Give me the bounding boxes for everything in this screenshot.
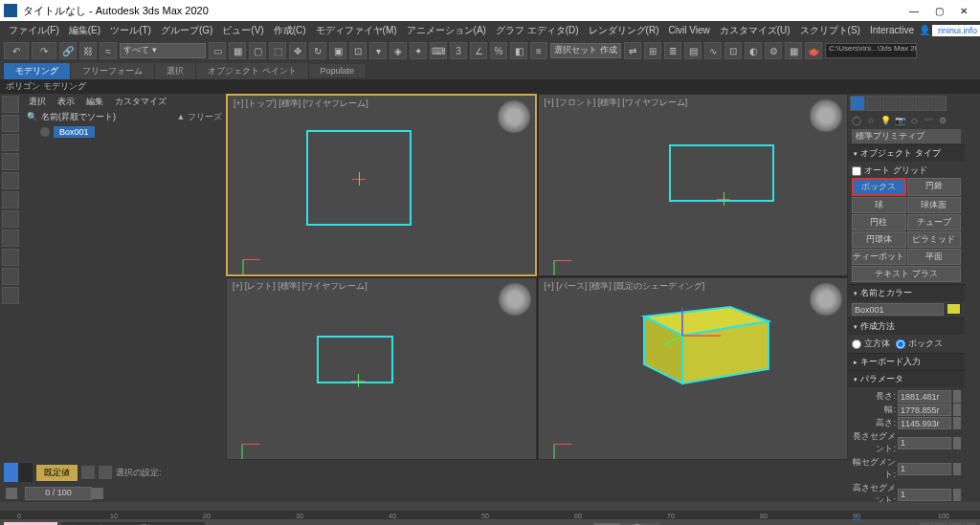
named-selection-set[interactable]: 選択セット 作成: [550, 43, 621, 58]
select-name-button[interactable]: ▦: [229, 42, 246, 59]
ribbon-subtab[interactable]: ポリゴン モデリング: [0, 79, 980, 94]
viewport-left-label[interactable]: [+] [レフト] [標準] [ワイヤフレーム]: [233, 280, 368, 293]
unlink-button[interactable]: ⛓: [79, 42, 97, 59]
move-button[interactable]: ✥: [289, 42, 306, 59]
prim-box[interactable]: ボックス: [852, 178, 906, 196]
align-button[interactable]: ⊞: [644, 42, 661, 59]
bind-button[interactable]: ≈: [100, 42, 117, 59]
window-crossing-button[interactable]: ⬚: [269, 42, 286, 59]
spinner-icon[interactable]: [953, 404, 961, 416]
scene-hdr-display[interactable]: 表示: [57, 96, 75, 108]
render-setup-button[interactable]: ⚙: [765, 42, 782, 59]
layers-icon[interactable]: [81, 466, 95, 479]
prim-teapot[interactable]: ティーポット: [852, 249, 906, 265]
toggle-ribbon-button[interactable]: ▤: [684, 42, 702, 59]
tab-freeform[interactable]: フリーフォーム: [71, 63, 155, 79]
viewport-front-label[interactable]: [+] [フロント] [標準] [ワイヤフレーム]: [545, 97, 688, 109]
cameras-icon[interactable]: 📷: [893, 114, 906, 127]
scene-hdr-select[interactable]: 選択: [29, 96, 46, 108]
viewport-top-label[interactable]: [+] [トップ] [標準] [ワイヤフレーム]: [234, 98, 368, 110]
scene-hdr-edit[interactable]: 編集: [86, 96, 103, 108]
method-box[interactable]: ボックス: [896, 337, 943, 351]
rotate-button[interactable]: ↻: [309, 42, 326, 59]
param-length[interactable]: [898, 390, 951, 403]
spinner-icon[interactable]: [953, 417, 961, 429]
section-object-type[interactable]: オブジェクト タイプ: [848, 145, 965, 162]
autogrid-check[interactable]: オート グリッド: [852, 164, 961, 178]
viewcube-left[interactable]: [498, 282, 532, 317]
prim-torus[interactable]: 円環体: [852, 231, 906, 248]
primitive-dropdown[interactable]: 標準プリミティブ: [852, 129, 961, 143]
helpers-icon[interactable]: ◇: [907, 114, 921, 127]
menu-file[interactable]: ファイル(F): [4, 24, 64, 37]
lights-icon[interactable]: 💡: [879, 114, 892, 127]
timeline[interactable]: 0 / 100: [0, 485, 980, 502]
layers-button[interactable]: ≣: [664, 42, 681, 59]
scale-button[interactable]: ▣: [329, 42, 346, 59]
mirror-button[interactable]: ⇄: [624, 42, 641, 59]
param-lsegs[interactable]: [898, 437, 951, 449]
viewcube-persp[interactable]: [809, 282, 843, 317]
menu-edit[interactable]: 編集(E): [64, 24, 105, 37]
utilities-tab[interactable]: [931, 96, 947, 111]
undo-button[interactable]: ↶: [4, 42, 29, 59]
menu-view[interactable]: ビュー(V): [217, 24, 268, 37]
menu-animation[interactable]: アニメーション(A): [402, 24, 491, 37]
systems-icon[interactable]: ⚙: [936, 114, 949, 127]
render-button[interactable]: 🫖: [805, 42, 822, 59]
menu-civilview[interactable]: Civil View: [664, 25, 715, 35]
create-tab[interactable]: [850, 96, 865, 111]
nav-fov-icon[interactable]: [948, 522, 962, 526]
menu-interactive[interactable]: Interactive: [865, 25, 919, 35]
select-button[interactable]: ▭: [209, 42, 226, 59]
nav-zoom-icon[interactable]: [934, 522, 947, 526]
scene-item-box001[interactable]: Box001: [23, 124, 226, 140]
section-creation-method[interactable]: 作成方法: [848, 318, 965, 335]
time-track[interactable]: 0 10 20 30 40 50 60 70 80 90 100: [0, 502, 980, 519]
preset-label[interactable]: 既定値: [36, 465, 78, 481]
timeline-prev[interactable]: [6, 488, 17, 499]
tab-modeling[interactable]: モデリング: [4, 63, 71, 79]
freeze-column[interactable]: ▲ フリーズ: [177, 111, 222, 123]
scene-tool-4[interactable]: [2, 153, 19, 170]
spinner-icon[interactable]: [953, 437, 961, 449]
scene-tool-1[interactable]: [2, 96, 19, 113]
object-color-swatch[interactable]: [947, 303, 961, 315]
sort-label[interactable]: 名前(昇順でソート): [41, 111, 116, 123]
param-height[interactable]: [898, 417, 951, 429]
viewport-persp-label[interactable]: [+] [パース] [標準] [既定のシェーディング]: [545, 280, 705, 293]
prim-textplus[interactable]: テキスト プラス: [852, 266, 961, 282]
spinner-icon[interactable]: [953, 489, 961, 501]
menu-scripting[interactable]: スクリプト(S): [795, 24, 865, 37]
refcoord-button[interactable]: ▾: [369, 42, 387, 59]
shapes-icon[interactable]: ☆: [864, 114, 878, 127]
visibility-icon[interactable]: [40, 127, 50, 137]
nav-pan-icon[interactable]: [920, 522, 933, 526]
viewcube-front[interactable]: [809, 98, 843, 133]
viewport-front[interactable]: [+] [フロント] [標準] [ワイヤフレーム]: [538, 94, 849, 276]
spinner-icon[interactable]: [953, 390, 961, 403]
nav-zoomall-icon[interactable]: [963, 522, 976, 526]
menu-grapheditors[interactable]: グラフ エディタ(D): [491, 24, 584, 37]
snap-button[interactable]: 3: [450, 42, 467, 59]
scene-hdr-customize[interactable]: カスタマイズ: [115, 96, 167, 108]
menu-rendering[interactable]: レンダリング(R): [584, 24, 664, 37]
scene-tool-2[interactable]: [2, 115, 19, 132]
time-slider[interactable]: 0 / 100: [25, 487, 92, 500]
scene-tool-11[interactable]: [2, 287, 19, 304]
curve-editor-button[interactable]: ∿: [704, 42, 722, 59]
scene-tool-5[interactable]: [2, 172, 19, 189]
spinner-snap-button[interactable]: ◧: [510, 42, 527, 59]
tab-selection[interactable]: 選択: [155, 63, 196, 79]
display-tab[interactable]: [915, 96, 930, 111]
scene-tool-3[interactable]: [2, 134, 19, 151]
prim-plane[interactable]: 平面: [907, 249, 962, 265]
rect-select-button[interactable]: ▢: [249, 42, 266, 59]
section-name-color[interactable]: 名前とカラー: [848, 285, 965, 301]
redo-button[interactable]: ↷: [32, 42, 56, 59]
hierarchy-tab[interactable]: [882, 96, 898, 111]
material-editor-button[interactable]: ◐: [745, 42, 762, 59]
prim-cylinder[interactable]: 円柱: [852, 214, 906, 230]
render-frame-button[interactable]: ▦: [785, 42, 802, 59]
keyboard-button[interactable]: ⌨: [430, 42, 447, 59]
